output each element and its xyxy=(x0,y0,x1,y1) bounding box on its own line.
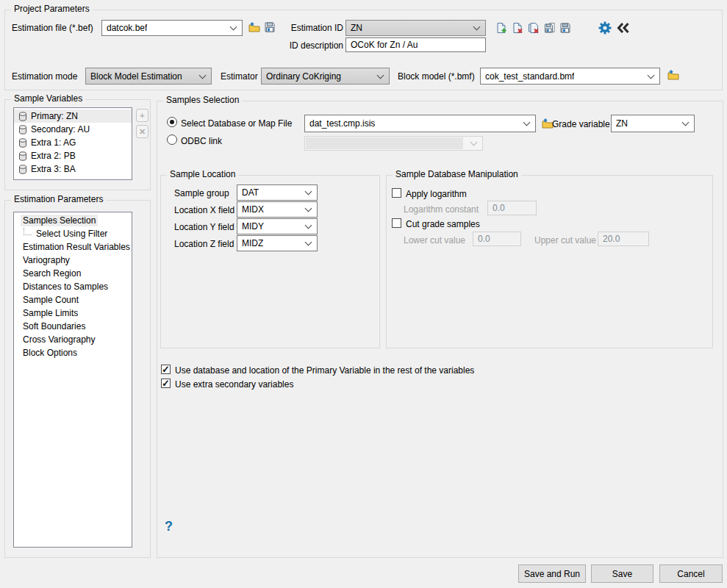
delete-all-estimation-ids-button[interactable] xyxy=(527,21,540,34)
disabled-combo-fill xyxy=(306,137,463,149)
open-block-model-button[interactable] xyxy=(667,68,680,82)
sample-variables-list[interactable]: Primary: ZN Secondary: AU Extra 1: AG Ex… xyxy=(13,107,132,180)
odbc-link-radio-label: ODBC link xyxy=(181,136,222,146)
save-all-estimation-ids-button[interactable] xyxy=(559,21,571,34)
estimator-combo[interactable]: Ordinary CoKriging xyxy=(261,68,390,85)
save-and-run-button[interactable]: Save and Run xyxy=(518,564,586,583)
location-z-label: Location Z field xyxy=(174,239,234,249)
chevron-down-icon xyxy=(648,71,655,79)
id-description-label: ID description xyxy=(279,40,343,51)
block-model-label: Block model (*.bmf) xyxy=(398,71,475,82)
select-database-radio[interactable] xyxy=(167,117,177,127)
block-model-combo[interactable]: cok_test_standard.bmf xyxy=(480,68,660,85)
save-estimation-file-button[interactable] xyxy=(263,21,276,34)
location-x-label: Location X field xyxy=(174,205,234,215)
database-file-combo[interactable]: dat_test.cmp.isis xyxy=(304,115,536,132)
sample-variable-item[interactable]: Secondary: AU xyxy=(14,123,132,136)
sample-db-manipulation-group: Sample Database Manipulation xyxy=(386,175,713,348)
sample-variable-item[interactable]: Extra 3: BA xyxy=(14,162,132,176)
id-description-field[interactable]: OCoK for Zn / Au xyxy=(345,37,486,52)
use-extra-secondary-label: Use extra secondary variables xyxy=(175,379,293,390)
estimation-mode-combo[interactable]: Block Model Estimation xyxy=(85,68,212,85)
estimator-value: Ordinary CoKriging xyxy=(266,71,341,82)
estimation-parameters-title: Estimation Parameters xyxy=(11,194,106,204)
chevron-down-icon xyxy=(230,24,237,31)
chevron-down-icon xyxy=(377,71,384,79)
tree-item-estimation-result-variables[interactable]: Estimation Result Variables xyxy=(14,240,132,254)
save-button[interactable]: Save xyxy=(591,564,653,583)
block-model-value: cok_test_standard.bmf xyxy=(485,71,574,82)
database-icon xyxy=(18,138,27,148)
lower-cut-label: Lower cut value xyxy=(404,235,465,245)
estimation-id-value: ZN xyxy=(351,23,362,33)
save-estimation-id-button[interactable] xyxy=(543,21,556,34)
sample-variable-item[interactable]: Extra 1: AG xyxy=(14,136,132,149)
grade-variable-combo[interactable]: ZN xyxy=(611,115,695,132)
remove-variable-button[interactable]: ✕ xyxy=(136,125,148,138)
sample-location-title: Sample Location xyxy=(167,169,238,179)
cut-grade-samples-label: Cut grade samples xyxy=(406,219,480,229)
tree-item-variography[interactable]: Variography xyxy=(14,254,132,267)
add-estimation-id-button[interactable] xyxy=(495,21,507,34)
tree-item-select-using-filter[interactable]: Select Using Filter xyxy=(14,227,132,240)
sample-variable-item[interactable]: Extra 2: PB xyxy=(14,149,132,162)
chevron-down-icon xyxy=(470,139,478,146)
odbc-link-combo xyxy=(304,136,483,151)
upper-cut-label: Upper cut value xyxy=(534,235,596,245)
cancel-button[interactable]: Cancel xyxy=(659,564,723,583)
settings-button[interactable] xyxy=(598,21,612,35)
chevron-down-icon xyxy=(523,119,531,126)
sample-group-combo[interactable]: DAT xyxy=(237,184,318,201)
sample-variable-label: Primary: ZN xyxy=(31,111,78,121)
chevron-down-icon xyxy=(473,24,481,31)
estimation-dialog: Project Parameters Estimation file (*.be… xyxy=(0,0,727,588)
sample-variable-item[interactable]: Primary: ZN xyxy=(14,110,132,123)
use-extra-secondary-checkbox[interactable] xyxy=(161,379,171,388)
location-z-combo[interactable]: MIDZ xyxy=(237,235,318,251)
tree-item-search-region[interactable]: Search Region xyxy=(14,267,132,280)
tree-connector xyxy=(24,228,32,235)
grade-variable-value: ZN xyxy=(616,118,628,129)
apply-logarithm-checkbox[interactable] xyxy=(392,188,401,198)
odbc-link-radio[interactable] xyxy=(167,135,177,145)
estimation-id-combo[interactable]: ZN xyxy=(345,20,486,36)
tree-item-samples-selection[interactable]: Samples Selection xyxy=(14,214,132,227)
estimation-parameters-tree[interactable]: Samples Selection Select Using Filter Es… xyxy=(13,212,132,548)
document-add-icon xyxy=(495,22,507,34)
open-folder-icon xyxy=(667,69,680,81)
use-primary-variable-label: Use database and location of the Primary… xyxy=(175,365,474,376)
tree-item-soft-boundaries[interactable]: Soft Boundaries xyxy=(14,320,132,333)
documents-delete-icon xyxy=(528,22,540,34)
sample-variables-title: Sample Variables xyxy=(11,93,85,104)
database-icon xyxy=(18,151,27,161)
tree-item-block-options[interactable]: Block Options xyxy=(14,346,132,359)
add-variable-button[interactable]: + xyxy=(136,109,148,122)
sample-group-label: Sample group xyxy=(174,188,229,198)
delete-estimation-id-button[interactable] xyxy=(511,21,523,34)
location-x-combo[interactable]: MIDX xyxy=(237,201,318,218)
tree-item-distances-to-samples[interactable]: Distances to Samples xyxy=(14,280,132,293)
grade-variable-label: Grade variable xyxy=(552,119,610,129)
chevron-down-icon xyxy=(305,239,312,246)
estimation-file-value: datcok.bef xyxy=(107,23,147,33)
gear-icon xyxy=(598,21,612,35)
sample-variable-label: Extra 1: AG xyxy=(31,137,76,148)
open-estimation-file-button[interactable] xyxy=(248,21,261,34)
collapse-panel-button[interactable] xyxy=(616,22,631,34)
tree-item-sample-limits[interactable]: Sample Limits xyxy=(14,306,132,320)
open-folder-icon xyxy=(248,21,261,33)
database-icon xyxy=(18,165,27,174)
use-primary-variable-checkbox[interactable] xyxy=(161,365,171,374)
estimation-file-combo[interactable]: datcok.bef xyxy=(101,20,243,36)
cut-grade-samples-checkbox[interactable] xyxy=(392,218,401,228)
tree-item-cross-variography[interactable]: Cross Variography xyxy=(14,333,132,346)
lower-cut-field: 0.0 xyxy=(473,232,521,246)
tree-item-sample-count[interactable]: Sample Count xyxy=(14,293,132,306)
help-icon[interactable]: ? xyxy=(165,519,173,534)
location-y-combo[interactable]: MIDY xyxy=(237,218,318,234)
database-icon xyxy=(18,125,27,135)
chevron-down-icon xyxy=(199,71,207,79)
location-y-label: Location Y field xyxy=(174,222,234,232)
chevron-down-icon xyxy=(305,188,312,196)
floppy-icon xyxy=(559,22,571,34)
